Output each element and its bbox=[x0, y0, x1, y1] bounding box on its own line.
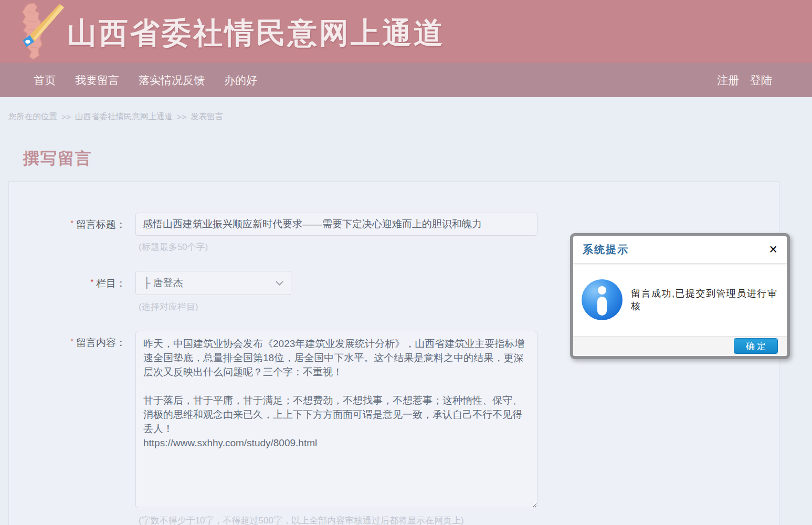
nav-item-leave-message[interactable]: 我要留言 bbox=[75, 73, 119, 88]
nav-right-group: 注册 登陆 bbox=[717, 73, 812, 88]
dialog-footer: 确 定 bbox=[573, 336, 787, 355]
chevron-down-icon bbox=[276, 281, 283, 286]
category-field-hint: (选择对应栏目) bbox=[139, 301, 198, 313]
site-title: 山西省委社情民意网上通道 bbox=[67, 14, 445, 54]
nav-item-implementation-feedback[interactable]: 落实情况反馈 bbox=[139, 73, 205, 88]
required-mark: * bbox=[70, 337, 73, 345]
breadcrumb: 您所在的位置 >> 山西省委社情民意网上通道 >> 发表留言 bbox=[8, 111, 223, 122]
required-mark: * bbox=[90, 277, 93, 286]
title-field-hint: (标题最多50个字) bbox=[139, 241, 208, 253]
category-select-value: ├ 唐登杰 bbox=[143, 276, 183, 290]
nav-left-group: 首页 我要留言 落实情况反馈 办的好 bbox=[0, 73, 257, 88]
shanxi-map-pencil-logo-icon bbox=[9, 2, 64, 62]
main-nav: 首页 我要留言 落实情况反馈 办的好 注册 登陆 bbox=[0, 63, 812, 97]
info-icon-bar bbox=[597, 297, 607, 316]
breadcrumb-site-link[interactable]: 山西省委社情民意网上通道 bbox=[75, 111, 173, 122]
nav-item-well-done[interactable]: 办的好 bbox=[224, 73, 257, 88]
dialog-title: 系统提示 bbox=[583, 243, 629, 257]
dialog-message: 留言成功,已提交到管理员进行审核 bbox=[631, 287, 778, 312]
required-mark: * bbox=[70, 218, 73, 227]
info-icon-dot bbox=[598, 286, 606, 295]
message-title-input[interactable] bbox=[135, 213, 537, 236]
title-field-label: *留言标题： bbox=[0, 218, 126, 232]
system-prompt-dialog: 系统提示 × 留言成功,已提交到管理员进行审核 确 定 bbox=[570, 233, 790, 359]
register-link[interactable]: 注册 bbox=[717, 73, 739, 88]
page-title: 撰写留言 bbox=[23, 148, 92, 170]
dialog-titlebar: 系统提示 × bbox=[573, 236, 787, 264]
nav-item-home[interactable]: 首页 bbox=[34, 73, 56, 88]
breadcrumb-separator: >> bbox=[61, 112, 71, 122]
category-select[interactable]: ├ 唐登杰 bbox=[135, 271, 291, 295]
close-icon[interactable]: × bbox=[769, 243, 777, 257]
content-field-hint: (字数不得少于10字，不得超过500字，以上全部内容审核通过后都将显示在网页上) bbox=[139, 514, 464, 525]
info-icon bbox=[582, 279, 623, 320]
dialog-body: 留言成功,已提交到管理员进行审核 bbox=[573, 264, 787, 336]
breadcrumb-current: 发表留言 bbox=[191, 111, 223, 122]
message-content-textarea[interactable]: 昨天，中国建筑业协会发布《2023年建筑业发展统计分析》，山西省建筑业主要指标增… bbox=[135, 331, 537, 508]
ok-button[interactable]: 确 定 bbox=[734, 338, 778, 354]
category-field-label: *栏目： bbox=[0, 277, 126, 290]
breadcrumb-separator: >> bbox=[177, 112, 186, 122]
content-field-label: *留言内容： bbox=[0, 336, 126, 350]
site-header: 山西省委社情民意网上通道 bbox=[0, 0, 812, 63]
login-link[interactable]: 登陆 bbox=[750, 73, 772, 88]
breadcrumb-prefix: 您所在的位置 bbox=[8, 111, 57, 122]
